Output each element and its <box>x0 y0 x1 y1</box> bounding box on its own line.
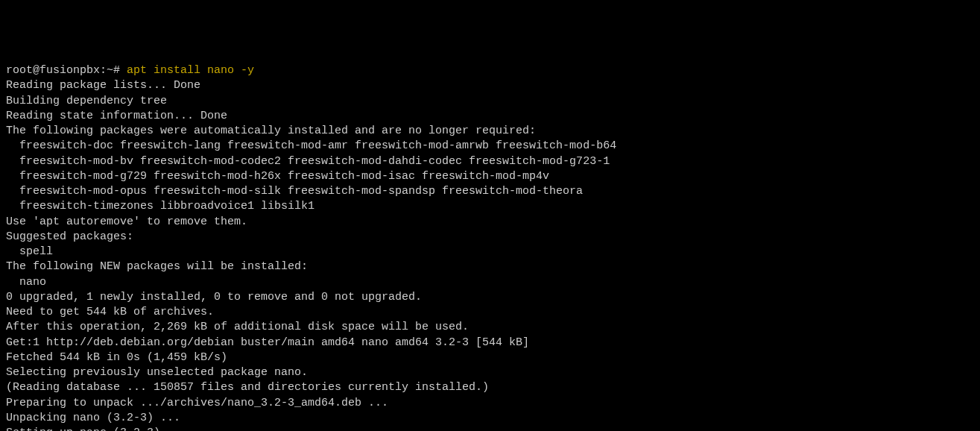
output-line: Building dependency tree <box>6 94 974 109</box>
prompt-line: root@fusionpbx:~# apt install nano -y <box>6 63 974 78</box>
output-line: (Reading database ... 150857 files and d… <box>6 380 974 395</box>
output-line: spell <box>6 245 974 259</box>
output-line: 0 upgraded, 1 newly installed, 0 to remo… <box>6 290 974 305</box>
output-line: nano <box>6 275 974 290</box>
output-line: The following NEW packages will be insta… <box>6 259 974 274</box>
output-line: Suggested packages: <box>6 230 974 245</box>
terminal-output[interactable]: root@fusionpbx:~# apt install nano -yRea… <box>6 63 974 431</box>
prompt-user-host: root@fusionpbx <box>6 64 100 77</box>
output-line: Use 'apt autoremove' to remove them. <box>6 215 974 230</box>
output-line: Setting up nano (3.2-3) ... <box>6 426 974 431</box>
command-text: apt install nano -y <box>127 64 254 77</box>
output-line: Selecting previously unselected package … <box>6 365 974 380</box>
output-line: freeswitch-mod-opus freeswitch-mod-silk … <box>6 184 974 199</box>
output-line: The following packages were automaticall… <box>6 124 974 139</box>
output-line: Need to get 544 kB of archives. <box>6 305 974 320</box>
output-line: Get:1 http://deb.debian.org/debian buste… <box>6 336 974 350</box>
prompt-separator: : <box>100 64 107 77</box>
output-line: Unpacking nano (3.2-3) ... <box>6 411 974 426</box>
prompt-symbol: # <box>113 64 120 77</box>
output-line: After this operation, 2,269 kB of additi… <box>6 320 974 335</box>
output-line: Reading package lists... Done <box>6 78 974 93</box>
output-line: freeswitch-timezones libbroadvoice1 libs… <box>6 199 974 214</box>
output-line: Fetched 544 kB in 0s (1,459 kB/s) <box>6 350 974 365</box>
output-line: Reading state information... Done <box>6 109 974 124</box>
prompt-path: ~ <box>107 64 113 77</box>
output-line: Preparing to unpack .../archives/nano_3.… <box>6 396 974 411</box>
output-line: freeswitch-mod-g729 freeswitch-mod-h26x … <box>6 169 974 184</box>
output-line: freeswitch-doc freeswitch-lang freeswitc… <box>6 139 974 154</box>
output-line: freeswitch-mod-bv freeswitch-mod-codec2 … <box>6 154 974 169</box>
